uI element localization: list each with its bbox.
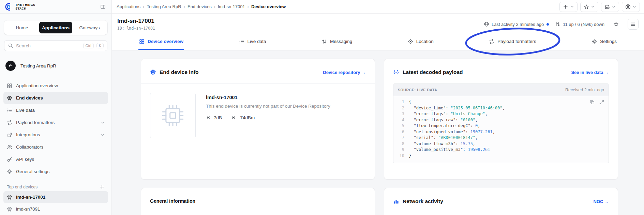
code-line: 3 "error_flags": "Units Change", bbox=[395, 111, 604, 117]
device-item-label: lmd-sn-17001 bbox=[16, 195, 45, 200]
back-button[interactable] bbox=[5, 61, 16, 71]
gear-icon bbox=[7, 169, 12, 174]
expand-icon bbox=[599, 99, 604, 105]
sidebar-device-lmd-sn-17001[interactable]: lmd-sn-17001 bbox=[3, 191, 108, 203]
arrows-up-down-icon bbox=[555, 21, 560, 27]
noc-link[interactable]: NOC → bbox=[594, 199, 609, 204]
sidebar-device-lmd-sn7891[interactable]: lmd-sn7891 bbox=[3, 203, 108, 215]
repeat-icon bbox=[489, 39, 494, 44]
brand-name: THE THINGSSTACK bbox=[15, 3, 35, 11]
sidebar-menu: Application overview End devices Live da… bbox=[3, 80, 108, 178]
code-line: 2 "device_time": "2025-05-06T10:46:00", bbox=[395, 105, 604, 111]
code-line: 1{ bbox=[395, 99, 604, 105]
app-root: THE THINGSSTACK Home Applications Gatewa… bbox=[0, 0, 644, 215]
device-name: lmd-sn-17001 bbox=[206, 95, 330, 100]
sidebar-item-end-devices[interactable]: End devices bbox=[3, 92, 108, 104]
sidebar-item-payload-formatters[interactable]: Payload formatters bbox=[3, 117, 108, 128]
see-in-live-data-link[interactable]: See in live data → bbox=[571, 70, 609, 75]
tab-payload-formatters[interactable]: Payload formatters bbox=[488, 34, 537, 50]
panel-toggle-icon bbox=[100, 4, 106, 10]
device-menu-button[interactable] bbox=[628, 19, 639, 30]
sidebar-item-label: Integrations bbox=[16, 132, 40, 137]
tab-messaging[interactable]: Messaging bbox=[321, 34, 353, 50]
rssi-value: -74dBm bbox=[239, 115, 255, 120]
search-box[interactable]: Ctrl K bbox=[4, 40, 107, 51]
add-end-device-button[interactable] bbox=[99, 184, 105, 190]
sidebar-item-api-keys[interactable]: API keys bbox=[3, 153, 108, 165]
sidebar: THE THINGSSTACK Home Applications Gatewa… bbox=[0, 0, 112, 215]
sidebar-item-label: Payload formatters bbox=[16, 120, 55, 125]
device-item-label: lmd-sn7891 bbox=[16, 206, 40, 212]
breadcrumb: Applications›Testing Area RpR›End device… bbox=[117, 4, 286, 9]
sidebar-item-label: Live data bbox=[16, 108, 35, 113]
general-information-card: General information bbox=[141, 188, 375, 215]
arrow-left-icon bbox=[8, 63, 13, 68]
notifications-dropdown-button[interactable] bbox=[601, 2, 619, 12]
signal-db-value: 7dB bbox=[214, 115, 222, 120]
page-header: lmd-sn-17001 ID: lmd-sn-17001 Last activ… bbox=[112, 14, 644, 34]
breadcrumb-item: Device overview bbox=[251, 4, 286, 9]
profile-dropdown-button[interactable] bbox=[622, 2, 640, 12]
things-stack-logo-icon bbox=[4, 2, 13, 11]
nav-gateways[interactable]: Gateways bbox=[73, 22, 106, 33]
sidebar-item-label: API keys bbox=[16, 157, 34, 162]
logo-row: THE THINGSSTACK bbox=[0, 0, 111, 14]
chevron-down-icon bbox=[101, 121, 105, 125]
bar-chart-icon bbox=[393, 198, 399, 204]
nav-applications[interactable]: Applications bbox=[39, 22, 72, 33]
code-line: 8 "volume_flow_m3h": 15.75, bbox=[395, 141, 604, 147]
expand-button[interactable] bbox=[599, 99, 604, 105]
tab-label: Live data bbox=[248, 39, 266, 44]
breadcrumb-separator: › bbox=[214, 4, 215, 9]
chevron-down-icon bbox=[591, 5, 595, 9]
content: End device info Device repository → lmd-… bbox=[112, 50, 644, 215]
signal-icon bbox=[231, 115, 236, 120]
key-icon bbox=[7, 157, 12, 162]
device-tab-bar: Device overview Live data Messaging Loca… bbox=[112, 34, 644, 50]
payload-received-time: Received 2 min. ago bbox=[565, 88, 604, 92]
add-dropdown-button[interactable] bbox=[559, 2, 578, 12]
brand-logo[interactable]: THE THINGSSTACK bbox=[4, 2, 35, 11]
breadcrumb-separator: › bbox=[184, 4, 185, 9]
globe-icon bbox=[484, 21, 489, 27]
sidebar-item-label: End devices bbox=[16, 95, 43, 101]
breadcrumb-item[interactable]: Applications bbox=[117, 4, 140, 9]
arrows-up-down-icon bbox=[321, 39, 327, 44]
sidebar-collapse-button[interactable] bbox=[99, 2, 107, 11]
breadcrumb-item[interactable]: End devices bbox=[188, 4, 212, 9]
card-title: Latest decoded payload bbox=[403, 69, 463, 75]
sidebar-item-label: Collaborators bbox=[16, 144, 43, 150]
tab-live-data[interactable]: Live data bbox=[238, 34, 267, 50]
tab-settings[interactable]: Settings bbox=[591, 34, 617, 50]
search-input[interactable] bbox=[16, 43, 80, 48]
breadcrumb-separator: › bbox=[248, 4, 249, 9]
application-context: Testing Area RpR bbox=[5, 61, 106, 71]
chevron-down-icon bbox=[632, 5, 636, 9]
code-line: 6 "net_unsigned_volume": 19077.261, bbox=[395, 129, 604, 135]
list-icon bbox=[7, 108, 12, 113]
device-repository-link[interactable]: Device repository → bbox=[323, 70, 366, 75]
nav-home[interactable]: Home bbox=[5, 22, 39, 33]
people-icon bbox=[7, 144, 12, 150]
grid-icon bbox=[139, 39, 145, 44]
sidebar-item-application-overview[interactable]: Application overview bbox=[3, 80, 108, 92]
tab-label: Payload formatters bbox=[497, 39, 536, 44]
search-icon bbox=[8, 43, 13, 48]
sidebar-item-integrations[interactable]: Integrations bbox=[3, 129, 108, 141]
tab-device-overview[interactable]: Device overview bbox=[138, 34, 184, 50]
bookmark-device-button[interactable] bbox=[611, 19, 621, 30]
device-chip-icon bbox=[7, 206, 12, 212]
breadcrumb-item[interactable]: lmd-sn-17001 bbox=[218, 4, 245, 9]
tab-location[interactable]: Location bbox=[407, 34, 434, 50]
traffic-text: 11 up / 6 (Nwk) down bbox=[563, 22, 604, 27]
sidebar-item-label: Application overview bbox=[16, 83, 58, 88]
sidebar-item-live-data[interactable]: Live data bbox=[3, 104, 108, 116]
last-activity: Last activity 2 minutes ago bbox=[484, 21, 549, 27]
copy-button[interactable] bbox=[589, 99, 595, 105]
traffic-counter: 11 up / 6 (Nwk) down bbox=[555, 21, 604, 27]
card-title: General information bbox=[150, 198, 195, 204]
sidebar-item-collaborators[interactable]: Collaborators bbox=[3, 141, 108, 153]
breadcrumb-item[interactable]: Testing Area RpR bbox=[147, 4, 181, 9]
bookmarks-dropdown-button[interactable] bbox=[580, 2, 598, 12]
sidebar-item-general-settings[interactable]: General settings bbox=[3, 166, 108, 178]
